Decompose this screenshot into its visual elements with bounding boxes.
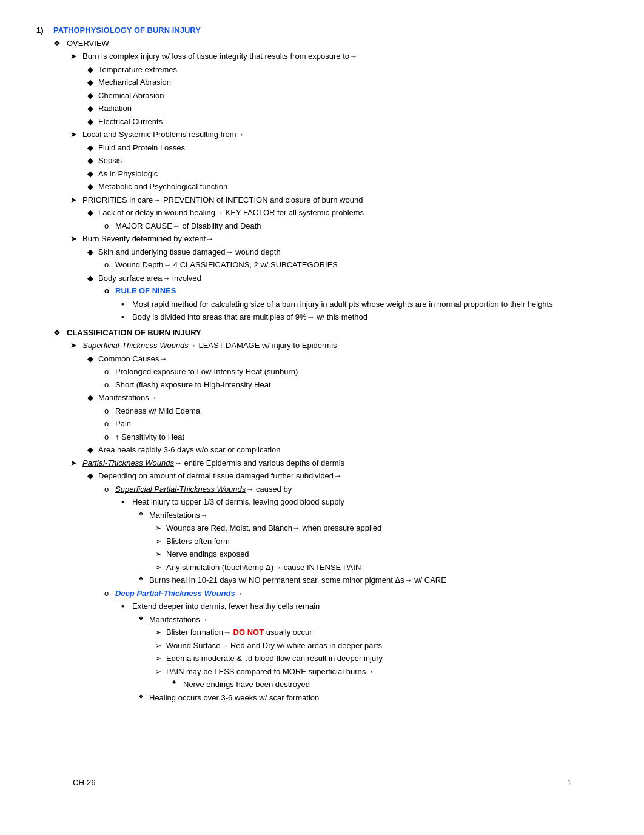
filled-bullet: ◆ [87, 142, 98, 154]
prolonged-exposure-item: o Prolonged exposure to Low-Intensity He… [104, 366, 608, 378]
rapid-method-item: ▪ Most rapid method for calculating size… [121, 298, 608, 310]
arrow-bullet: ➤ [70, 194, 82, 206]
major-cause-item: o MAJOR CAUSE→ of Disability and Death [104, 220, 608, 232]
arrow-bullet: ➤ [70, 129, 82, 141]
arrow-bullet: ➤ [70, 457, 82, 469]
circle-bullet: o [104, 379, 115, 391]
filled-bullet: ◆ [87, 64, 98, 76]
rule-of-nines-item: o RULE OF NINES [104, 285, 608, 297]
burn-complex-text: Burn is complex injury w/ loss of tissue… [82, 50, 608, 62]
section-1-title: PATHOPHYSIOLOGY OF BURN INJURY [53, 24, 608, 36]
body-surface-item: ◆ Body surface area→ involved [87, 272, 608, 284]
arrow2-bullet: ➢ [155, 640, 166, 652]
superficial-partial-label: Superficial Partial-Thickness Wounds [115, 485, 246, 494]
nerve-exposed-item: ➢ Nerve endings exposed [155, 548, 608, 560]
wound-depth-item: o Wound Depth→ 4 CLASSIFICATIONS, 2 w/ S… [104, 259, 608, 271]
circle-bullet: o [104, 418, 115, 430]
manifestations1-item: ◆ Manifestations→ [87, 392, 608, 404]
diamond-bullet: ❖ [53, 327, 67, 339]
filled-bullet: ◆ [87, 207, 98, 219]
burns-heal-item: ❖ Burns heal in 10-21 days w/ NO permane… [138, 574, 608, 586]
sensitivity-item: o ↑ Sensitivity to Heat [104, 431, 608, 443]
section-1-heading: 1) PATHOPHYSIOLOGY OF BURN INJURY [36, 24, 608, 36]
filled-bullet: ◆ [87, 470, 98, 482]
depending-item: ◆ Depending on amount of dermal tissue d… [87, 470, 608, 482]
arrow2-bullet: ➢ [155, 626, 166, 639]
arrow2-bullet: ➢ [155, 548, 166, 560]
arrow-bullet: ➤ [70, 50, 82, 62]
skin-tissue-item: ◆ Skin and underlying tissue damaged→ wo… [87, 246, 608, 258]
circle-bold-bullet: o [104, 285, 115, 297]
arrow-bullet: ➤ [70, 233, 82, 245]
burn-severity-item: ➤ Burn Severity determined by extent→ [70, 233, 608, 245]
pain-less-item: ➢ PAIN may be LESS compared to MORE supe… [155, 666, 608, 678]
diamond2-bullet: ❖ [138, 692, 149, 701]
filled-bullet: ◆ [87, 116, 98, 128]
rule-of-nines-label: RULE OF NINES [115, 286, 176, 295]
square-bullet: ▪ [121, 600, 132, 612]
partial-thickness-item: ➤ Partial-Thickness Wounds→ entire Epide… [70, 457, 608, 469]
filled-bullet: ◆ [87, 102, 98, 115]
local-systemic-item: ➤ Local and Systemic Problems resulting … [70, 129, 608, 141]
electrical-item: ◆ Electrical Currents [87, 116, 608, 128]
filled-bullet: ◆ [87, 444, 98, 456]
deep-partial-label: Deep Partial-Thickness Wounds [115, 589, 235, 598]
metabolic-item: ◆ Metabolic and Psychological function [87, 181, 608, 193]
page-number: 1 [567, 777, 571, 789]
filled-bullet: ◆ [87, 76, 98, 89]
square-bullet: ▪ [121, 496, 132, 508]
circle-bullet: o [104, 405, 115, 417]
common-causes-item: ◆ Common Causes→ [87, 353, 608, 365]
lack-delay-item: ◆ Lack of or delay in wound healing→ KEY… [87, 207, 608, 219]
intense-pain-item: ➢ Any stimulation (touch/temp Δ)→ cause … [155, 562, 608, 574]
diamond-bullet: ❖ [53, 38, 67, 50]
priorities-item: ➤ PRIORITIES in care→ PREVENTION of INFE… [70, 194, 608, 206]
blister-formation-item: ➢ Blister formation→ DO NOT usually occu… [155, 626, 608, 639]
sepsis-item: ◆ Sepsis [87, 155, 608, 167]
square-bullet: ▪ [121, 311, 132, 323]
heat-upper-item: ▪ Heat injury to upper 1/3 of dermis, le… [121, 496, 608, 508]
manifestations2-item: ❖ Manifestations→ [138, 509, 608, 521]
deep-partial-item: o Deep Partial-Thickness Wounds→ [104, 588, 608, 600]
circle-bullet: o [104, 431, 115, 443]
filled-bullet: ◆ [87, 90, 98, 102]
overview-item: ❖ OVERVIEW [53, 38, 608, 50]
redness-item: o Redness w/ Mild Edema [104, 405, 608, 417]
circle-bullet: o [104, 259, 115, 271]
short-flash-item: o Short (flash) exposure to High-Intensi… [104, 379, 608, 391]
diamond2-bullet: ❖ [138, 574, 149, 583]
superficial-thickness-item: ➤ Superficial-Thickness Wounds→ LEAST DA… [70, 340, 608, 352]
filled-bullet: ◆ [87, 353, 98, 365]
edema-item: ➢ Edema is moderate & ↓d blood flow can … [155, 652, 608, 665]
arrow2-bullet: ➢ [155, 666, 166, 678]
filled-bullet: ◆ [87, 392, 98, 404]
blisters-item: ➢ Blisters often form [155, 535, 608, 548]
diamond2-bullet: ❖ [138, 614, 149, 623]
circle-bullet: o [104, 588, 115, 600]
filled-bullet: ◆ [87, 246, 98, 258]
chapter-label: CH-26 [73, 777, 96, 789]
do-not-text: DO NOT [233, 628, 264, 637]
chem-abrasion-item: ◆ Chemical Abrasion [87, 90, 608, 102]
mech-abrasion-item: ◆ Mechanical Abrasion [87, 76, 608, 89]
diamond2-bullet: ❖ [138, 509, 149, 518]
fluid-protein-item: ◆ Fluid and Protein Losses [87, 142, 608, 154]
arrow-bullet: ➤ [70, 340, 82, 352]
square-bullet: ▪ [121, 298, 132, 310]
overview-label: OVERVIEW [67, 38, 608, 50]
wounds-red-item: ➢ Wounds are Red, Moist, and Blanch→ whe… [155, 522, 608, 534]
superficial-partial-item: o Superficial Partial-Thickness Wounds→ … [104, 483, 608, 495]
nerve-destroyed-item: ◆ Nerve endings have been destroyed [172, 679, 608, 691]
filled-bullet: ◆ [87, 272, 98, 284]
wound-surface-item: ➢ Wound Surface→ Red and Dry w/ white ar… [155, 640, 608, 652]
filled-bullet: ◆ [87, 168, 98, 180]
arrow2-bullet: ➢ [155, 522, 166, 534]
classification-heading: CLASSIFICATION OF BURN INJURY [67, 327, 608, 339]
filled-bullet: ◆ [172, 679, 183, 686]
manifestations3-item: ❖ Manifestations→ [138, 614, 608, 626]
extend-deeper-item: ▪ Extend deeper into dermis, fewer healt… [121, 600, 608, 612]
delta-physio-item: ◆ Δs in Physiologic [87, 168, 608, 180]
section-number: 1) [36, 24, 53, 36]
temp-extremes-item: ◆ Temperature extremes [87, 64, 608, 76]
circle-bullet: o [104, 366, 115, 378]
